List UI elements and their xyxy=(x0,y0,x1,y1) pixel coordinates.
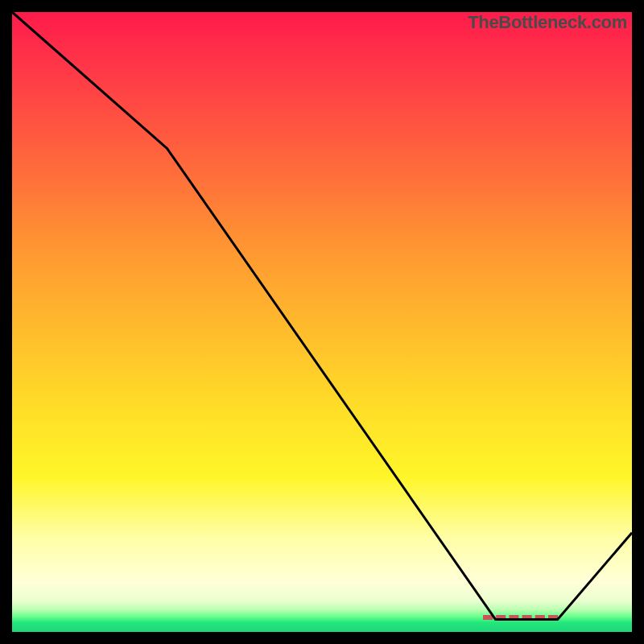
curve-path xyxy=(12,12,632,620)
plot-area: TheBottleneck.com xyxy=(12,12,632,632)
chart-canvas: TheBottleneck.com xyxy=(0,0,644,644)
bottleneck-curve xyxy=(12,12,632,632)
